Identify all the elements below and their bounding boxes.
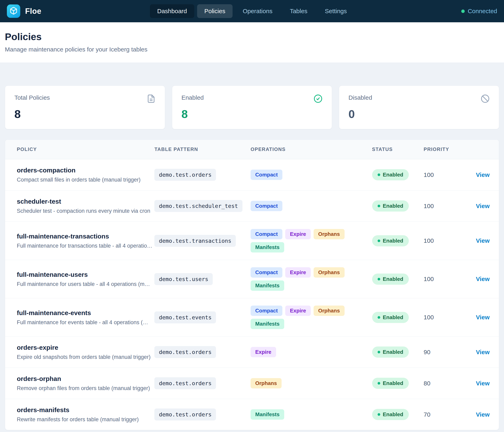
- connection-status-label: Connected: [468, 8, 497, 15]
- status-badge: Enabled: [372, 378, 409, 389]
- table-row: full-maintenance-users Full maintenance …: [5, 260, 499, 298]
- table-row: full-maintenance-transactions Full maint…: [5, 222, 499, 260]
- status-badge: Enabled: [372, 409, 409, 420]
- table-header-row: POLICY TABLE PATTERN OPERATIONS STATUS P…: [5, 140, 499, 159]
- brand: Floe: [7, 4, 41, 18]
- status-dot-icon: [378, 240, 380, 242]
- priority-value: 100: [423, 195, 460, 217]
- policy-cell: full-maintenance-transactions Full maint…: [5, 225, 154, 256]
- action-cell: View: [460, 195, 499, 217]
- status-label: Enabled: [383, 380, 403, 387]
- stat-label: Enabled: [181, 94, 323, 101]
- view-link[interactable]: View: [476, 276, 490, 282]
- stat-card-total-policies: Total Policies 8: [5, 86, 165, 129]
- view-link[interactable]: View: [476, 237, 490, 244]
- nav-tabs: DashboardPoliciesOperationsTablesSetting…: [150, 4, 354, 18]
- table-pattern-cell: demo.test.users: [154, 266, 251, 292]
- table-pattern-badge: demo.test.events: [154, 311, 216, 324]
- operation-badge-compact: Compact: [251, 306, 282, 316]
- connected-dot-icon: [461, 9, 465, 13]
- status-cell: Enabled: [372, 228, 424, 254]
- connection-status: Connected: [461, 8, 497, 15]
- operation-badge-orphans: Orphans: [314, 306, 345, 316]
- table-pattern-badge: demo.test.scheduler_test: [154, 200, 242, 212]
- status-dot-icon: [378, 351, 380, 353]
- table-pattern-badge: demo.test.orders: [154, 408, 216, 421]
- file-icon: [147, 94, 156, 103]
- app-logo: [7, 4, 20, 18]
- table-row: scheduler-test Scheduler test - compacti…: [5, 190, 499, 222]
- operation-badge-compact: Compact: [251, 201, 282, 211]
- operation-badge-manifests: Manifests: [251, 280, 284, 291]
- table-pattern-cell: demo.test.orders: [154, 401, 251, 428]
- policy-cell: orders-expire Expire old snapshots from …: [5, 337, 154, 368]
- nav-tab-settings[interactable]: Settings: [318, 4, 354, 18]
- operation-badge-orphans: Orphans: [314, 229, 345, 239]
- stat-value: 8: [181, 108, 323, 120]
- page-subtitle: Manage maintenance policies for your Ice…: [5, 46, 499, 53]
- policy-description: Scheduler test - compaction runs every m…: [17, 208, 152, 214]
- operations-cell: CompactExpireOrphansManifests: [251, 222, 372, 260]
- policy-description: Compact small files in orders table (man…: [17, 177, 152, 183]
- status-cell: Enabled: [372, 162, 424, 188]
- priority-value: 90: [423, 342, 460, 363]
- column-header-status: STATUS: [372, 140, 424, 159]
- priority-value: 80: [423, 373, 460, 394]
- action-cell: View: [460, 342, 499, 363]
- column-header-table-pattern: TABLE PATTERN: [154, 140, 251, 159]
- table-pattern-cell: demo.test.transactions: [154, 227, 251, 254]
- view-link[interactable]: View: [476, 349, 490, 355]
- status-dot-icon: [378, 413, 380, 416]
- status-badge: Enabled: [372, 169, 409, 180]
- stat-cards: Total Policies 8 Enabled 8: [5, 86, 499, 129]
- stat-label: Disabled: [348, 94, 490, 101]
- column-header-operations: OPERATIONS: [251, 140, 372, 159]
- status-cell: Enabled: [372, 266, 424, 292]
- table-row: orders-compaction Compact small files in…: [5, 159, 499, 190]
- policy-description: Full maintenance for users table - all 4…: [17, 281, 152, 287]
- table-body: orders-compaction Compact small files in…: [5, 159, 499, 430]
- column-header-actions: [460, 143, 499, 156]
- status-dot-icon: [378, 278, 380, 280]
- table-pattern-cell: demo.test.events: [154, 304, 251, 331]
- operations-cell: Manifests: [251, 402, 372, 427]
- status-dot-icon: [378, 205, 380, 207]
- policies-table: POLICY TABLE PATTERN OPERATIONS STATUS P…: [5, 139, 499, 430]
- operation-badge-expire: Expire: [285, 229, 311, 239]
- status-dot-icon: [378, 382, 380, 385]
- view-link[interactable]: View: [476, 380, 490, 387]
- action-cell: View: [460, 306, 499, 328]
- nav-tab-tables[interactable]: Tables: [283, 4, 315, 18]
- operation-badge-orphans: Orphans: [314, 267, 345, 278]
- stat-value: 0: [348, 108, 490, 120]
- table-pattern-cell: demo.test.orders: [154, 162, 251, 188]
- policy-description: Expire old snapshots from orders table (…: [17, 354, 152, 360]
- policy-cell: full-maintenance-events Full maintenance…: [5, 302, 154, 333]
- policy-description: Rewrite manifests for orders table (manu…: [17, 416, 152, 423]
- priority-value: 100: [423, 164, 460, 186]
- status-cell: Enabled: [372, 339, 424, 365]
- status-cell: Enabled: [372, 305, 424, 330]
- operations-cell: CompactExpireOrphansManifests: [251, 260, 372, 298]
- action-cell: View: [460, 404, 499, 425]
- nav-tab-operations[interactable]: Operations: [235, 4, 280, 18]
- action-cell: View: [460, 230, 499, 252]
- view-link[interactable]: View: [476, 203, 490, 209]
- priority-value: 100: [423, 230, 460, 252]
- operation-badge-expire: Expire: [285, 306, 311, 316]
- status-badge: Enabled: [372, 274, 409, 285]
- status-cell: Enabled: [372, 193, 424, 219]
- nav-tab-policies[interactable]: Policies: [197, 4, 233, 18]
- policy-name: orders-expire: [17, 344, 152, 351]
- operation-badge-orphans: Orphans: [251, 378, 282, 388]
- policy-name: scheduler-test: [17, 198, 152, 205]
- status-cell: Enabled: [372, 402, 424, 427]
- table-pattern-badge: demo.test.users: [154, 273, 213, 285]
- nav-tab-dashboard[interactable]: Dashboard: [150, 4, 194, 18]
- view-link[interactable]: View: [476, 314, 490, 321]
- brand-name: Floe: [25, 7, 41, 16]
- stat-card-disabled: Disabled 0: [339, 86, 499, 129]
- view-link[interactable]: View: [476, 411, 490, 418]
- view-link[interactable]: View: [476, 171, 490, 178]
- status-label: Enabled: [383, 314, 403, 321]
